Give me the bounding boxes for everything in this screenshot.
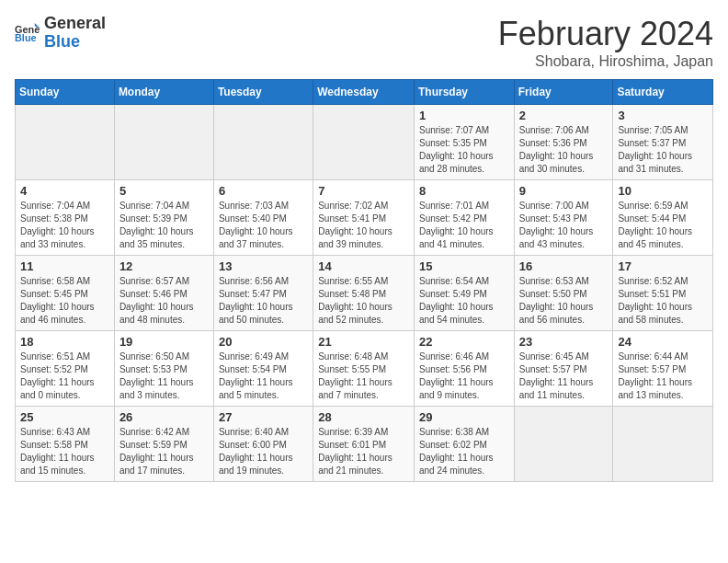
sunrise-label: Sunrise: 6:57 AM (119, 276, 189, 286)
day-number: 21 (318, 335, 409, 349)
day-number: 2 (519, 109, 609, 122)
daylight-label: Daylight: 11 hours and 5 minutes. (219, 377, 293, 400)
daylight-label: Daylight: 10 hours and 52 minutes. (318, 302, 392, 325)
calendar-cell: 29Sunrise: 6:38 AMSunset: 6:02 PMDayligh… (414, 407, 514, 482)
day-info: Sunrise: 6:44 AMSunset: 5:57 PMDaylight:… (618, 350, 708, 402)
day-info: Sunrise: 6:45 AMSunset: 5:57 PMDaylight:… (519, 350, 609, 402)
daylight-label: Daylight: 11 hours and 9 minutes. (419, 377, 494, 400)
day-info: Sunrise: 6:52 AMSunset: 5:51 PMDaylight:… (618, 275, 708, 327)
weekday-header-thursday: Thursday (414, 80, 514, 105)
day-number: 20 (219, 335, 308, 349)
weekday-header-tuesday: Tuesday (213, 80, 313, 105)
sunrise-label: Sunrise: 7:04 AM (119, 201, 189, 211)
calendar-header-row: SundayMondayTuesdayWednesdayThursdayFrid… (16, 80, 713, 105)
day-info: Sunrise: 6:42 AMSunset: 5:59 PMDaylight:… (119, 426, 209, 477)
day-number: 13 (219, 259, 308, 273)
daylight-label: Daylight: 10 hours and 35 minutes. (119, 226, 194, 249)
weekday-header-sunday: Sunday (16, 80, 115, 105)
day-info: Sunrise: 6:38 AMSunset: 6:02 PMDaylight:… (419, 426, 509, 477)
calendar-cell: 23Sunrise: 6:45 AMSunset: 5:57 PMDayligh… (514, 331, 613, 407)
day-number: 11 (20, 259, 109, 273)
sunset-label: Sunset: 5:55 PM (318, 364, 386, 374)
sunset-label: Sunset: 5:56 PM (419, 364, 487, 374)
sunset-label: Sunset: 5:40 PM (219, 213, 287, 224)
daylight-label: Daylight: 11 hours and 11 minutes. (519, 377, 594, 400)
calendar-week-row: 25Sunrise: 6:43 AMSunset: 5:58 PMDayligh… (16, 407, 713, 482)
sunset-label: Sunset: 5:59 PM (119, 440, 188, 450)
sunrise-label: Sunrise: 6:52 AM (618, 276, 688, 286)
sunrise-label: Sunrise: 6:58 AM (20, 276, 90, 286)
sunset-label: Sunset: 5:57 PM (618, 364, 686, 374)
calendar-cell: 21Sunrise: 6:48 AMSunset: 5:55 PMDayligh… (313, 331, 415, 407)
sunrise-label: Sunrise: 7:03 AM (219, 201, 289, 211)
daylight-label: Daylight: 10 hours and 31 minutes. (618, 151, 692, 174)
sunset-label: Sunset: 6:00 PM (219, 440, 287, 450)
day-info: Sunrise: 6:40 AMSunset: 6:00 PMDaylight:… (219, 426, 308, 477)
sunrise-label: Sunrise: 6:54 AM (419, 276, 489, 286)
calendar-cell: 3Sunrise: 7:05 AMSunset: 5:37 PMDaylight… (613, 105, 713, 180)
sunset-label: Sunset: 5:50 PM (519, 289, 587, 299)
sunset-label: Sunset: 5:57 PM (519, 364, 587, 374)
svg-text:Blue: Blue (15, 32, 37, 43)
daylight-label: Daylight: 11 hours and 3 minutes. (119, 377, 194, 400)
sunset-label: Sunset: 5:52 PM (20, 364, 88, 374)
day-info: Sunrise: 6:58 AMSunset: 5:45 PMDaylight:… (20, 275, 109, 327)
day-info: Sunrise: 7:03 AMSunset: 5:40 PMDaylight:… (219, 200, 308, 251)
day-number: 3 (618, 109, 708, 122)
day-number: 27 (219, 410, 308, 424)
day-number: 18 (20, 335, 109, 349)
calendar-cell: 4Sunrise: 7:04 AMSunset: 5:38 PMDaylight… (16, 180, 115, 256)
calendar-week-row: 18Sunrise: 6:51 AMSunset: 5:52 PMDayligh… (16, 331, 713, 407)
daylight-label: Daylight: 10 hours and 58 minutes. (618, 302, 692, 325)
location-title: Shobara, Hiroshima, Japan (498, 53, 713, 70)
daylight-label: Daylight: 11 hours and 13 minutes. (618, 377, 692, 400)
calendar-cell: 24Sunrise: 6:44 AMSunset: 5:57 PMDayligh… (613, 331, 713, 407)
day-number: 10 (618, 184, 708, 198)
daylight-label: Daylight: 10 hours and 48 minutes. (119, 302, 194, 325)
sunset-label: Sunset: 5:38 PM (20, 213, 88, 224)
sunrise-label: Sunrise: 7:00 AM (519, 201, 589, 211)
day-info: Sunrise: 7:04 AMSunset: 5:38 PMDaylight:… (20, 200, 109, 251)
day-info: Sunrise: 6:53 AMSunset: 5:50 PMDaylight:… (519, 275, 609, 327)
daylight-label: Daylight: 11 hours and 17 minutes. (119, 453, 194, 476)
daylight-label: Daylight: 10 hours and 28 minutes. (419, 151, 494, 174)
calendar-cell: 10Sunrise: 6:59 AMSunset: 5:44 PMDayligh… (613, 180, 713, 256)
day-number: 24 (618, 335, 708, 349)
daylight-label: Daylight: 11 hours and 19 minutes. (219, 453, 293, 476)
sunset-label: Sunset: 5:44 PM (618, 213, 686, 224)
day-number: 4 (20, 184, 109, 198)
sunset-label: Sunset: 6:02 PM (419, 440, 487, 450)
calendar-cell: 7Sunrise: 7:02 AMSunset: 5:41 PMDaylight… (313, 180, 415, 256)
calendar-cell (613, 407, 713, 482)
day-info: Sunrise: 7:01 AMSunset: 5:42 PMDaylight:… (419, 200, 509, 251)
sunset-label: Sunset: 5:37 PM (618, 138, 686, 148)
day-number: 12 (119, 259, 209, 273)
daylight-label: Daylight: 11 hours and 0 minutes. (20, 377, 95, 400)
daylight-label: Daylight: 10 hours and 56 minutes. (519, 302, 594, 325)
calendar-cell: 13Sunrise: 6:56 AMSunset: 5:47 PMDayligh… (213, 256, 313, 331)
calendar-cell: 19Sunrise: 6:50 AMSunset: 5:53 PMDayligh… (114, 331, 213, 407)
calendar-cell: 5Sunrise: 7:04 AMSunset: 5:39 PMDaylight… (114, 180, 213, 256)
logo-blue: Blue (44, 33, 106, 52)
sunrise-label: Sunrise: 7:04 AM (20, 201, 90, 211)
daylight-label: Daylight: 10 hours and 41 minutes. (419, 226, 494, 249)
calendar-cell (114, 105, 213, 180)
sunrise-label: Sunrise: 6:42 AM (119, 427, 189, 437)
calendar-week-row: 4Sunrise: 7:04 AMSunset: 5:38 PMDaylight… (16, 180, 713, 256)
sunrise-label: Sunrise: 6:59 AM (618, 201, 688, 211)
calendar-table: SundayMondayTuesdayWednesdayThursdayFrid… (15, 79, 713, 482)
day-info: Sunrise: 6:59 AMSunset: 5:44 PMDaylight:… (618, 200, 708, 251)
sunrise-label: Sunrise: 7:05 AM (618, 125, 688, 135)
sunset-label: Sunset: 5:58 PM (20, 440, 88, 450)
day-info: Sunrise: 7:07 AMSunset: 5:35 PMDaylight:… (419, 124, 509, 176)
day-info: Sunrise: 6:43 AMSunset: 5:58 PMDaylight:… (20, 426, 109, 477)
day-info: Sunrise: 6:49 AMSunset: 5:54 PMDaylight:… (219, 350, 308, 402)
sunset-label: Sunset: 5:45 PM (20, 289, 88, 299)
sunset-label: Sunset: 5:48 PM (318, 289, 386, 299)
day-number: 7 (318, 184, 409, 198)
day-info: Sunrise: 6:51 AMSunset: 5:52 PMDaylight:… (20, 350, 109, 402)
day-number: 9 (519, 184, 609, 198)
day-info: Sunrise: 6:54 AMSunset: 5:49 PMDaylight:… (419, 275, 509, 327)
sunset-label: Sunset: 5:46 PM (119, 289, 188, 299)
calendar-cell: 2Sunrise: 7:06 AMSunset: 5:36 PMDaylight… (514, 105, 613, 180)
